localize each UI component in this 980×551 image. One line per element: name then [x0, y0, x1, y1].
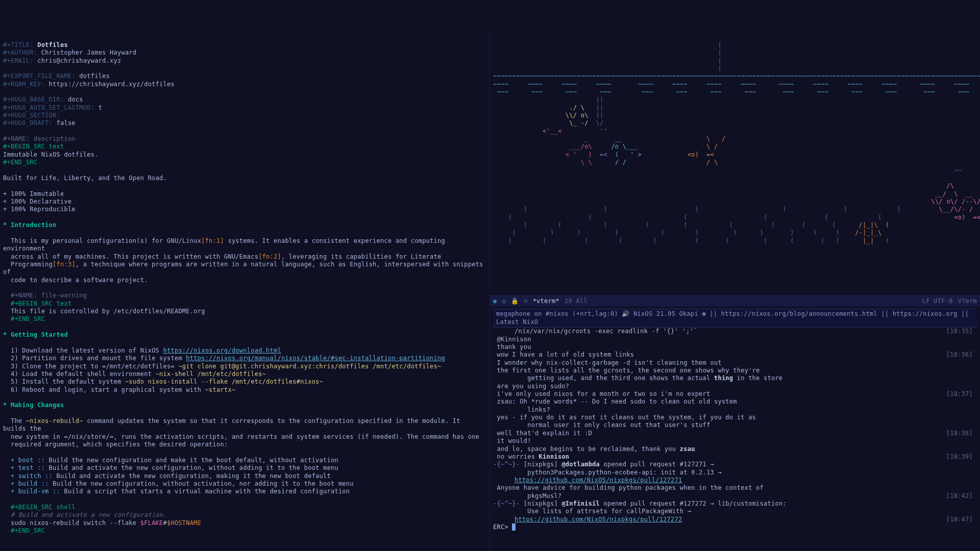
org-email: chris@chrishayward.xyz	[37, 57, 121, 64]
footnote[interactable]: [fn:3]	[53, 261, 76, 268]
nick: -{~^~}-	[493, 500, 520, 507]
org-key: #+HUGO_SECTION:	[3, 112, 60, 119]
org-val: false	[57, 119, 76, 127]
erc-line: i've only used nixos for a month or two …	[493, 390, 977, 398]
src-body: Immutable NixOS dotfiles.	[3, 151, 99, 158]
nick: -{~^~}-	[493, 461, 520, 468]
timestamp: [18:47]	[946, 516, 973, 523]
erc-line: are you using sudo?	[493, 383, 977, 390]
org-key: #+EMAIL:	[3, 57, 34, 64]
org-line: Built for Life, Liberty, and the Open Ro…	[3, 174, 167, 182]
org-name: #+NAME: description	[3, 135, 76, 142]
org-key: #+EXPORT_FILE_NAME:	[3, 72, 76, 80]
org-key: #+HUGO_BASE_DIR:	[3, 96, 64, 103]
org-heading[interactable]: * Making Changes	[3, 402, 64, 409]
org-line: + 100% Declarative	[3, 198, 71, 205]
org-author: Christopher James Hayward	[41, 49, 137, 56]
erc-line: wow I have a lot of old system links[18:…	[493, 351, 977, 359]
org-para: The ~nixos-rebuild~ command updates the …	[3, 417, 479, 448]
timestamp: [18:39]	[946, 453, 973, 461]
step-3: 3) Clone the project to =/mnt/etc/dotfil…	[11, 363, 442, 370]
src-end: #+END_SRC	[3, 159, 37, 166]
org-key: #+TITLE:	[3, 41, 34, 48]
op-item: + test :: Build and activate the new con…	[11, 464, 338, 471]
erc-line: normal user it only cleans out that user…	[493, 421, 977, 429]
erc-line: /nix/var/nix/gcroots -exec readlink -f '…	[493, 328, 977, 335]
step-2: 2) Partition drives and mount the file s…	[11, 355, 445, 362]
speaker-icon: 🔊	[622, 310, 629, 317]
org-val: https://chrishayward.xyz/dotfiles	[49, 81, 175, 88]
comment: # Build and activate a new configuration…	[11, 511, 167, 518]
org-buffer[interactable]: #+TITLE: Dotfiles #+AUTHOR: Christopher …	[0, 31, 489, 551]
erc-line: links?	[493, 406, 977, 414]
erc-prompt-line[interactable]: ERC>	[493, 523, 977, 531]
org-key: #+ROAM_KEY:	[3, 81, 45, 88]
step-1: 1) Download the latest version of NixOS …	[11, 347, 281, 354]
org-heading[interactable]: * Introduction	[3, 221, 57, 229]
timestamp: [18:36]	[946, 351, 973, 359]
timestamp: [18:37]	[946, 390, 973, 398]
status-dot-icon: ●	[493, 297, 497, 305]
encoding: LF UTF-8	[922, 297, 953, 305]
org-heading[interactable]: * Getting Started	[3, 331, 68, 338]
vterm-buffer[interactable]: | | | | ~~~~~~~~~~~~~~~	[490, 31, 980, 295]
org-key: #+AUTHOR:	[3, 49, 37, 56]
erc-line: Use lists of attrsets for callPackageWit…	[493, 508, 977, 515]
buffer-pos: 29 All	[565, 297, 587, 305]
erc-line: well that'd explain it :D[18:38]	[493, 430, 977, 437]
link[interactable]: https://nixos.org/manual/nixos/stable/#s…	[186, 355, 445, 362]
cursor	[512, 523, 516, 531]
erc-line: -{~^~}- [nixpkgs] @Infinisil opened pull…	[493, 500, 977, 508]
src-end: #+END_SRC	[11, 315, 45, 322]
src-begin: #+BEGIN_SRC text	[11, 300, 71, 307]
erc-prompt: ERC>	[493, 523, 512, 531]
erc-line: getting used, and the third one shows th…	[493, 374, 977, 382]
circle-icon: ◎	[502, 297, 505, 305]
step-6: 6) Reboot and login, start a graphical s…	[11, 386, 235, 393]
erc-line: -{~^~}- [nixpkgs] @dotlambda opened pull…	[493, 461, 977, 468]
src-body: This file is controlled by /etc/dotfiles…	[11, 308, 205, 315]
erc-line: yes - if you do it as root it cleans out…	[493, 414, 977, 421]
org-line: + 100% Immutable	[3, 190, 64, 197]
erc-line: @Kinnison	[493, 336, 977, 343]
org-name: #+NAME: file-warning	[11, 292, 87, 299]
erc-line: python3Packages.python-ecobee-api: init …	[493, 469, 977, 477]
link[interactable]: https://nixos.org/download.html	[163, 347, 281, 354]
erc-line: zsau: Oh *rude words* -- Do I need sudo …	[493, 398, 977, 406]
op-item: + build-vm :: Build a script that starts…	[11, 488, 350, 495]
step-4: 4) Load the default shell environment ~n…	[11, 370, 266, 378]
erc-line: Anyone have advice for building python p…	[493, 484, 977, 492]
step-5: 5) Install the default system ~sudo nixo…	[11, 378, 323, 385]
src-begin: #+BEGIN_SRC shell	[11, 504, 76, 511]
erc-line: the first one lists all the gcroots, the…	[493, 367, 977, 374]
erc-line: https://github.com/NixOS/nixpkgs/pull/12…	[493, 477, 977, 484]
buffer-name[interactable]: *vterm*	[533, 297, 559, 305]
org-para: This is my personal configuration(s) for…	[3, 237, 487, 284]
lock-icon: 🔒	[511, 297, 519, 305]
org-title: Dotfiles	[37, 41, 68, 48]
erc-line: thank you	[493, 343, 977, 351]
timestamp: [18:42]	[946, 492, 973, 500]
link[interactable]: https://github.com/NixOS/nixpkgs/pull/12…	[514, 516, 682, 523]
org-val: t	[99, 104, 102, 111]
org-line: + 100% Reproducible	[3, 206, 76, 213]
erc-header: megaphone on #nixos (+nrt,lag:0) 🔊 NixOS…	[493, 309, 977, 328]
src-end: #+END_SRC	[11, 527, 45, 534]
link[interactable]: https://github.com/NixOS/nixpkgs/pull/12…	[514, 477, 682, 484]
timestamp: [18:38]	[946, 430, 973, 437]
org-val: docs	[68, 96, 83, 103]
org-key: #+HUGO_AUTO_SET_LASTMOD:	[3, 104, 94, 111]
major-mode[interactable]: VTerm	[958, 297, 977, 305]
footnote[interactable]: [fn:2]	[258, 253, 281, 260]
footnote[interactable]: [fn:1]	[201, 237, 224, 244]
erc-line: no worries Kinnison[18:39]	[493, 453, 977, 461]
erc-line: I wonder why nix-collect-garbage -d isn'…	[493, 359, 977, 367]
erc-buffer[interactable]: megaphone on #nixos (+nrt,lag:0) 🔊 NixOS…	[490, 307, 980, 551]
erc-line: and lo, space begins to be reclaimed, th…	[493, 445, 977, 453]
erc-line: https://github.com/NixOS/nixpkgs/pull/12…	[493, 516, 977, 523]
modeline-vterm[interactable]: ● ◎ 🔒 ⊝ *vterm* 29 All LF UTF-8 VTerm	[490, 295, 980, 307]
org-val: dotfiles	[79, 72, 110, 80]
op-item: + boot :: Build the new configuration an…	[11, 457, 338, 464]
timestamp: [18:35]	[946, 328, 973, 335]
erc-line: pkgsMusl?[18:42]	[493, 492, 977, 500]
